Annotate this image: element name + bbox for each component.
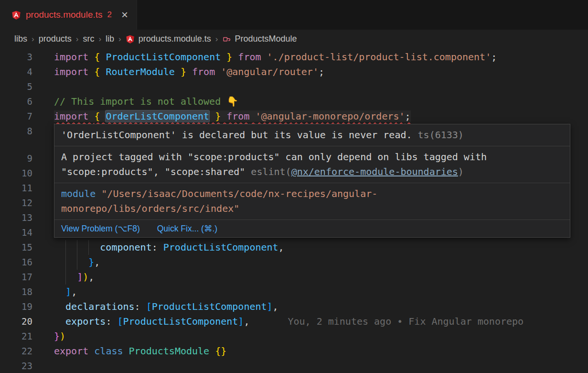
indent-space bbox=[54, 314, 65, 329]
code-line-7[interactable]: 7import { OrderListComponent } from '@an… bbox=[0, 109, 588, 124]
line-number-22[interactable]: 22 bbox=[0, 344, 41, 359]
indent-space bbox=[54, 255, 65, 270]
line-number-17[interactable]: 17 bbox=[0, 270, 41, 285]
code-content bbox=[41, 210, 54, 225]
editor[interactable]: 3import { ProductListComponent } from '.… bbox=[0, 48, 588, 373]
line-number-4[interactable]: 4 bbox=[0, 65, 41, 79]
diagnostic-ts-code: ts(6133) bbox=[418, 129, 464, 141]
module-path-line1: module "/Users/isaac/Documents/code/nx-r… bbox=[61, 186, 563, 201]
eslint-source-prefix: eslint( bbox=[251, 166, 291, 177]
indent-guide bbox=[77, 240, 88, 255]
indent-guide bbox=[65, 270, 77, 285]
line-number-23[interactable]: 23 bbox=[0, 359, 41, 373]
indent-space bbox=[54, 270, 65, 285]
code-content: }) bbox=[41, 329, 65, 344]
code-content: export class ProductsModule {} bbox=[41, 344, 226, 359]
code-content bbox=[41, 196, 54, 210]
code-content bbox=[41, 124, 54, 139]
module-path-part2: monorepo/libs/orders/src/index" bbox=[61, 203, 239, 214]
diagnostic-ts-message: 'OrderListComponent' is declared but its… bbox=[61, 129, 412, 141]
diagnostic-eslint-line2-text: "scope:products", "scope:shared" bbox=[61, 166, 245, 177]
line-number-13[interactable]: 13 bbox=[0, 210, 41, 225]
line-number-10[interactable]: 10 bbox=[0, 166, 41, 181]
tab-problems-badge: 2 bbox=[107, 10, 112, 20]
breadcrumb-item-products-module-ts[interactable]: products.module.ts bbox=[139, 34, 211, 44]
code-content bbox=[41, 225, 54, 240]
code-line-19[interactable]: 19declarations: [ProductListComponent], bbox=[0, 299, 588, 314]
tab-products-module-ts[interactable]: products.module.ts 2 × bbox=[0, 0, 137, 30]
code-content bbox=[41, 166, 54, 181]
quick-fix-link[interactable]: Quick Fix... (⌘.) bbox=[157, 223, 217, 234]
breadcrumb-item-src[interactable]: src bbox=[83, 34, 94, 44]
tab-bar: products.module.ts 2 × bbox=[0, 0, 588, 30]
code-content bbox=[41, 151, 54, 166]
line-number-8[interactable]: 8 bbox=[0, 124, 41, 139]
breadcrumb: libs›products›src›lib›products.module.ts… bbox=[0, 30, 588, 48]
line-number-19[interactable]: 19 bbox=[0, 299, 41, 314]
code-content: ], bbox=[41, 285, 77, 299]
chevron-right-icon: › bbox=[98, 34, 101, 44]
code-line-15[interactable]: 15component: ProductListComponent, bbox=[0, 240, 588, 255]
indent-space bbox=[54, 240, 65, 255]
module-info: module "/Users/isaac/Documents/code/nx-r… bbox=[54, 183, 570, 220]
breadcrumb-item-products[interactable]: products bbox=[39, 34, 72, 44]
code-content bbox=[41, 359, 54, 373]
close-icon[interactable]: × bbox=[121, 9, 128, 21]
code-line-4[interactable]: 4import { RouterModule } from '@angular/… bbox=[0, 65, 588, 79]
line-number-7[interactable]: 7 bbox=[0, 109, 41, 124]
line-number-3[interactable]: 3 bbox=[0, 50, 41, 65]
eslint-source-suffix: ) bbox=[458, 166, 464, 177]
code-content: exports: [ProductListComponent],You, 2 m… bbox=[41, 314, 524, 329]
indent-guide bbox=[77, 255, 88, 270]
code-content bbox=[41, 79, 54, 94]
code-line-5[interactable]: 5 bbox=[0, 79, 588, 94]
tab-title: products.module.ts bbox=[26, 10, 103, 20]
chevron-right-icon: › bbox=[215, 34, 218, 44]
code-line-20[interactable]: 20exports: [ProductListComponent],You, 2… bbox=[0, 314, 588, 329]
breadcrumb-item-productsmodule[interactable]: ProductsModule bbox=[235, 34, 297, 44]
line-number-15[interactable]: 15 bbox=[0, 240, 41, 255]
eslint-rule-link[interactable]: @nx/enforce-module-boundaries bbox=[291, 166, 458, 177]
chevron-right-icon: › bbox=[32, 34, 34, 44]
module-keyword: module bbox=[61, 188, 96, 199]
code-line-17[interactable]: 17]), bbox=[0, 270, 588, 285]
breadcrumb-item-libs[interactable]: libs bbox=[14, 34, 27, 44]
line-number-12[interactable]: 12 bbox=[0, 196, 41, 210]
line-number-14[interactable]: 14 bbox=[0, 225, 41, 240]
code-content: import { OrderListComponent } from '@ang… bbox=[41, 109, 411, 124]
code-line-6[interactable]: 6// This import is not allowed 👇 bbox=[0, 94, 588, 109]
line-number-20[interactable]: 20 bbox=[0, 314, 41, 329]
code-content: ]), bbox=[41, 270, 94, 285]
view-problem-link[interactable]: View Problem (⌥F8) bbox=[61, 223, 140, 234]
indent-guide bbox=[65, 255, 77, 270]
line-number-16[interactable]: 16 bbox=[0, 255, 41, 270]
line-number-21[interactable]: 21 bbox=[0, 329, 41, 344]
code-line-23[interactable]: 23 bbox=[0, 359, 588, 373]
code-content: import { ProductListComponent } from './… bbox=[41, 50, 497, 65]
hover-actions: View Problem (⌥F8) Quick Fix... (⌘.) bbox=[54, 220, 570, 237]
line-number-11[interactable]: 11 bbox=[0, 181, 41, 196]
module-path-line2: monorepo/libs/orders/src/index" bbox=[61, 201, 563, 216]
indent-space bbox=[54, 285, 65, 299]
diagnostic-eslint-line2: "scope:products", "scope:shared" eslint(… bbox=[61, 165, 563, 179]
code-content: // This import is not allowed 👇 bbox=[41, 94, 238, 109]
chevron-right-icon: › bbox=[118, 34, 121, 44]
vscode-window: products.module.ts 2 × libs›products›src… bbox=[0, 0, 588, 373]
code-line-3[interactable]: 3import { ProductListComponent } from '.… bbox=[0, 50, 588, 65]
module-path-part1: "/Users/isaac/Documents/code/nx-recipes/… bbox=[101, 188, 377, 199]
indent-guide bbox=[65, 240, 77, 255]
code-line-22[interactable]: 22export class ProductsModule {} bbox=[0, 344, 588, 359]
line-number-9[interactable]: 9 bbox=[0, 151, 41, 166]
highlighted-symbol: OrderListComponent bbox=[106, 110, 209, 122]
line-number-5[interactable]: 5 bbox=[0, 79, 41, 94]
class-symbol-icon bbox=[223, 35, 231, 44]
code-line-16[interactable]: 16}, bbox=[0, 255, 588, 270]
line-number-18[interactable]: 18 bbox=[0, 285, 41, 299]
code-line-18[interactable]: 18], bbox=[0, 285, 588, 299]
code-content: import { RouterModule } from '@angular/r… bbox=[41, 65, 324, 79]
line-number-6[interactable]: 6 bbox=[0, 94, 41, 109]
code-content: }, bbox=[41, 255, 100, 270]
diagnostic-eslint: A project tagged with "scope:products" c… bbox=[54, 146, 570, 183]
code-line-21[interactable]: 21}) bbox=[0, 329, 588, 344]
breadcrumb-item-lib[interactable]: lib bbox=[106, 34, 114, 44]
